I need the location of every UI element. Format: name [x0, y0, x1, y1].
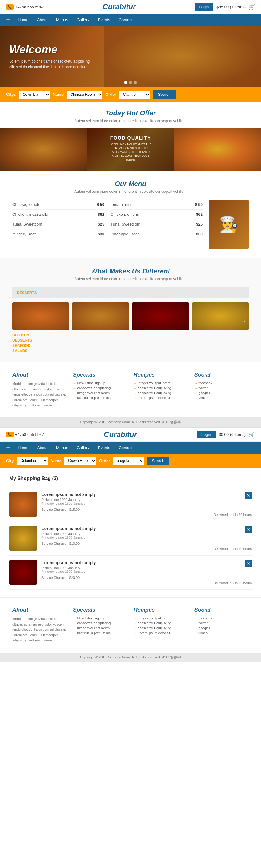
shopping-bag-title: My Shopping Bag (3) [9, 476, 252, 481]
hot-offer-subtitle: Autem vel eum iriure dolor in hendrerit … [6, 119, 255, 123]
menu-item: Tuna, Sweetcorn $25 [111, 219, 203, 229]
different-section: What Makes Us Different Autem vel eum ir… [0, 258, 261, 362]
nav-events[interactable]: Events [94, 14, 115, 26]
food-gallery-item-1 [0, 128, 87, 170]
city-select[interactable]: Columbia [19, 91, 50, 98]
specials-link-1[interactable]: New listing sign up [73, 381, 128, 385]
city-label-2: City [6, 459, 14, 463]
footer2-recipes-title: Recipes [134, 607, 188, 613]
cart-item-2: Lorem ipsum is not simply Pickup time 19… [9, 522, 252, 556]
cart-item-remove-2[interactable]: ✕ [245, 526, 252, 533]
item-name: Tuna, Sweetcorn [12, 222, 42, 226]
menu-list-left: Cheese, tomato $ 50 Chicken, mozzarella … [12, 200, 105, 249]
dot-2[interactable] [129, 81, 132, 84]
order-select-2[interactable]: arugula [113, 457, 144, 465]
specials2-link-2[interactable]: consectetur adipiscing [73, 621, 128, 625]
cart-icon-2[interactable]: 🛒 [249, 432, 255, 437]
cart-item-title-2: Lorem ipsum is not simply [41, 526, 209, 531]
category-desserts[interactable]: DESSERTS [12, 338, 249, 343]
name-label: Name [53, 92, 63, 97]
phone-icon: 📞 [6, 4, 13, 9]
social2-facebook[interactable]: facebook [194, 616, 249, 620]
name-select-2[interactable]: Crown Hotel [64, 457, 96, 465]
specials2-link-1[interactable]: New listing sign up [73, 616, 128, 620]
nav-gallery[interactable]: Gallery [72, 14, 94, 26]
nav2-contact[interactable]: Contact [115, 442, 137, 454]
recipes-link-2[interactable]: consectetur adipiscing [134, 386, 188, 390]
food-item-3[interactable] [132, 302, 189, 330]
social-facebook[interactable]: facebook [194, 381, 249, 385]
recipes-link-4[interactable]: Lorem ipsum dolor sit [134, 396, 188, 400]
search-button[interactable]: Search [153, 90, 176, 98]
recipes2-link-1[interactable]: integer volutpat lorem [134, 616, 188, 620]
social-googleplus[interactable]: google+ [194, 391, 249, 395]
cart-item-info-2: Lorem ipsum is not simply Pickup time 19… [41, 526, 209, 551]
specials-link-2[interactable]: consectetur adipiscing [73, 386, 128, 390]
food-quality-title: FOOD QUALITY [110, 135, 151, 141]
nav2-home[interactable]: Home [13, 442, 33, 454]
chevron-right-icon[interactable]: › [243, 317, 245, 324]
login-button[interactable]: Login [195, 3, 214, 11]
menu-item: Tuna, Sweetcorn $25 [12, 219, 105, 229]
footer-social-title: Social [194, 372, 249, 378]
nav-page1: ☰ Home About Menus Gallery Events Contac… [0, 14, 261, 26]
food-item-1[interactable] [12, 302, 69, 330]
social2-vimeo[interactable]: vimeo [194, 631, 249, 635]
food-item-4[interactable] [192, 302, 249, 330]
topbar-right-2: Login $0.00 (0 Items) 🛒 [197, 431, 255, 438]
order-label: Order [105, 92, 116, 97]
nav-menus[interactable]: Menus [52, 14, 72, 26]
nav2-about[interactable]: About [33, 442, 52, 454]
footer2-about-title: About [12, 607, 67, 613]
search-button-2[interactable]: Search [147, 457, 169, 465]
recipes-link-1[interactable]: integer volutpat lorem [134, 381, 188, 385]
cart-item-remove-3[interactable]: ✕ [245, 560, 252, 567]
hot-offer-title: Today Hot Offer [6, 109, 255, 117]
nav2-events[interactable]: Events [94, 442, 115, 454]
topbar-page2: 📞 +4758 655 5947 Curabitur Login $0.00 (… [0, 428, 261, 442]
recipes-link-3[interactable]: consectetur adipiscing [134, 391, 188, 395]
specials-link-3[interactable]: integer volutpat lorem [73, 391, 128, 395]
phone-number-2: 📞 +4758 655 5947 [6, 432, 44, 437]
social-twitter[interactable]: twitter [194, 386, 249, 390]
hamburger-icon[interactable]: ☰ [6, 17, 10, 23]
specials-link-4[interactable]: kacticus in pretium nisl [73, 396, 128, 400]
footer-info-page2: About Morbi pretium gravida justo leo ul… [0, 597, 261, 653]
city-select-2[interactable]: Columbia [17, 457, 48, 465]
footer2-specials: Specials New listing sign up consectetur… [73, 607, 128, 643]
nav2-gallery[interactable]: Gallery [72, 442, 94, 454]
logo-2: Curabitur [104, 430, 137, 439]
name-select[interactable]: Chinese Room [67, 91, 102, 98]
footer-info-page1: About Morbi pretium gravida justo leo ul… [0, 362, 261, 417]
hamburger-icon-2[interactable]: ☰ [6, 445, 10, 451]
social2-googleplus[interactable]: google+ [194, 626, 249, 630]
recipes2-link-3[interactable]: consectetur adipiscing [134, 626, 188, 630]
food-item-2[interactable] [72, 302, 129, 330]
hot-offer-section: Today Hot Offer Autem vel eum iriure dol… [0, 102, 261, 128]
login-button-2[interactable]: Login [197, 431, 216, 438]
category-seafood[interactable]: SEAFOOD [12, 343, 249, 348]
category-chicken[interactable]: CHICKEN [12, 333, 249, 337]
social-vimeo[interactable]: vimeo [194, 396, 249, 400]
cart-item-remove-1[interactable]: ✕ [245, 492, 252, 499]
order-select[interactable]: Cilantro [119, 91, 150, 98]
item-name: Tuna, Sweetcorn [111, 222, 141, 226]
item-price: $25 [196, 222, 203, 226]
nav2-menus[interactable]: Menus [52, 442, 72, 454]
nav-home[interactable]: Home [13, 14, 33, 26]
recipes2-link-2[interactable]: consectetur adipiscing [134, 621, 188, 625]
dot-3[interactable] [134, 81, 137, 84]
category-salads[interactable]: SALADS [12, 349, 249, 353]
hero-text: Lorem ipsum dolor sit ams onsec ctetu ad… [9, 59, 95, 70]
specials2-link-3[interactable]: integer volutpat lorem [73, 626, 128, 630]
dot-1[interactable] [124, 81, 127, 84]
cart-icon[interactable]: 🛒 [249, 4, 255, 10]
recipes2-link-4[interactable]: Lorem ipsum dolor sit [134, 631, 188, 635]
nav-contact[interactable]: Contact [115, 14, 137, 26]
footer-about-text: Morbi pretium gravida justo leo ultrices… [12, 381, 67, 408]
social2-twitter[interactable]: twitter [194, 621, 249, 625]
cart-item-info-3: Lorem ipsum is not simply Pickup time 19… [41, 560, 209, 585]
nav-about[interactable]: About [33, 14, 52, 26]
footer2-social-title: Social [194, 607, 249, 613]
specials2-link-4[interactable]: kacticus in pretium nisl [73, 631, 128, 635]
